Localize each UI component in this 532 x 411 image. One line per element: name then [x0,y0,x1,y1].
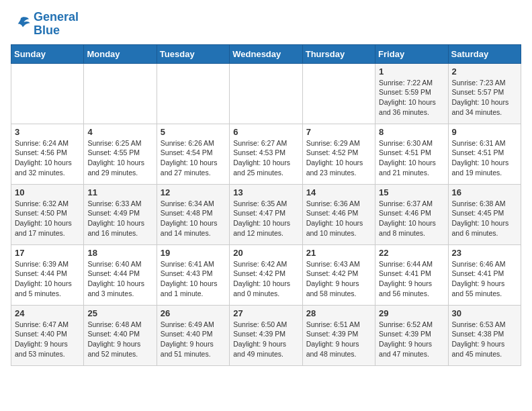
calendar-cell: 30Sunrise: 6:53 AM Sunset: 4:38 PM Dayli… [448,305,521,365]
col-friday: Friday [375,44,448,63]
logo-bird-icon [11,14,31,34]
calendar-cell [302,63,375,124]
calendar-cell: 14Sunrise: 6:36 AM Sunset: 4:46 PM Dayli… [302,184,375,244]
day-number: 30 [452,308,517,318]
day-number: 3 [15,127,80,137]
page-header: General Blue [11,11,521,38]
col-sunday: Sunday [11,44,84,63]
day-number: 17 [15,248,80,258]
day-number: 14 [306,187,371,197]
day-number: 9 [452,127,517,137]
calendar-cell: 8Sunrise: 6:30 AM Sunset: 4:51 PM Daylig… [375,124,448,184]
day-info: Sunrise: 6:34 AM Sunset: 4:48 PM Dayligh… [161,199,226,238]
day-number: 28 [306,308,371,318]
day-info: Sunrise: 6:36 AM Sunset: 4:46 PM Dayligh… [306,199,371,238]
calendar-cell: 6Sunrise: 6:27 AM Sunset: 4:53 PM Daylig… [230,124,302,184]
day-number: 7 [306,127,371,137]
day-number: 19 [161,248,226,258]
day-number: 25 [87,308,152,318]
day-number: 5 [161,127,226,137]
day-number: 16 [452,187,517,197]
col-saturday: Saturday [448,44,521,63]
calendar-cell [84,63,157,124]
calendar-cell: 11Sunrise: 6:33 AM Sunset: 4:49 PM Dayli… [84,184,157,244]
calendar-cell [157,63,229,124]
calendar-cell: 2Sunrise: 7:23 AM Sunset: 5:57 PM Daylig… [448,63,521,124]
day-info: Sunrise: 6:25 AM Sunset: 4:55 PM Dayligh… [87,138,152,178]
calendar-cell: 25Sunrise: 6:48 AM Sunset: 4:40 PM Dayli… [84,305,157,365]
calendar-week-3: 10Sunrise: 6:32 AM Sunset: 4:50 PM Dayli… [11,184,521,244]
day-number: 12 [161,187,226,197]
day-info: Sunrise: 6:42 AM Sunset: 4:42 PM Dayligh… [233,259,298,299]
col-tuesday: Tuesday [157,44,229,63]
day-info: Sunrise: 7:22 AM Sunset: 5:59 PM Dayligh… [379,78,444,118]
calendar-cell: 16Sunrise: 6:38 AM Sunset: 4:45 PM Dayli… [448,184,521,244]
calendar-cell: 23Sunrise: 6:46 AM Sunset: 4:41 PM Dayli… [448,244,521,305]
day-number: 10 [15,187,80,197]
day-info: Sunrise: 6:53 AM Sunset: 4:38 PM Dayligh… [452,320,517,359]
calendar-week-4: 17Sunrise: 6:39 AM Sunset: 4:44 PM Dayli… [11,244,521,305]
calendar-cell: 29Sunrise: 6:52 AM Sunset: 4:39 PM Dayli… [375,305,448,365]
calendar-week-2: 3Sunrise: 6:24 AM Sunset: 4:56 PM Daylig… [11,124,521,184]
day-number: 15 [379,187,444,197]
day-info: Sunrise: 6:48 AM Sunset: 4:40 PM Dayligh… [87,320,152,359]
col-monday: Monday [84,44,157,63]
calendar-week-5: 24Sunrise: 6:47 AM Sunset: 4:40 PM Dayli… [11,305,521,365]
day-number: 29 [379,308,444,318]
day-number: 24 [15,308,80,318]
calendar-cell: 1Sunrise: 7:22 AM Sunset: 5:59 PM Daylig… [375,63,448,124]
col-wednesday: Wednesday [230,44,302,63]
day-info: Sunrise: 6:33 AM Sunset: 4:49 PM Dayligh… [87,199,152,238]
day-number: 26 [161,308,226,318]
day-info: Sunrise: 6:49 AM Sunset: 4:40 PM Dayligh… [161,320,226,359]
day-info: Sunrise: 6:38 AM Sunset: 4:45 PM Dayligh… [452,199,517,238]
day-number: 8 [379,127,444,137]
calendar-cell: 12Sunrise: 6:34 AM Sunset: 4:48 PM Dayli… [157,184,229,244]
day-number: 1 [379,66,444,77]
calendar-cell [11,63,84,124]
logo-text: General Blue [34,11,79,38]
day-number: 18 [87,248,152,258]
day-info: Sunrise: 6:51 AM Sunset: 4:39 PM Dayligh… [306,320,371,359]
day-number: 20 [233,248,298,258]
calendar-cell: 24Sunrise: 6:47 AM Sunset: 4:40 PM Dayli… [11,305,84,365]
day-info: Sunrise: 6:31 AM Sunset: 4:51 PM Dayligh… [452,138,517,178]
day-info: Sunrise: 6:47 AM Sunset: 4:40 PM Dayligh… [15,320,80,359]
calendar-cell: 13Sunrise: 6:35 AM Sunset: 4:47 PM Dayli… [230,184,302,244]
day-number: 11 [87,187,152,197]
day-number: 23 [452,248,517,258]
calendar-cell: 17Sunrise: 6:39 AM Sunset: 4:44 PM Dayli… [11,244,84,305]
day-info: Sunrise: 6:50 AM Sunset: 4:39 PM Dayligh… [233,320,298,359]
calendar-cell: 9Sunrise: 6:31 AM Sunset: 4:51 PM Daylig… [448,124,521,184]
col-thursday: Thursday [302,44,375,63]
day-info: Sunrise: 6:32 AM Sunset: 4:50 PM Dayligh… [15,199,80,238]
calendar-table: Sunday Monday Tuesday Wednesday Thursday… [11,44,521,366]
calendar-cell: 22Sunrise: 6:44 AM Sunset: 4:41 PM Dayli… [375,244,448,305]
calendar-header: Sunday Monday Tuesday Wednesday Thursday… [11,44,521,63]
day-number: 2 [452,66,517,77]
day-info: Sunrise: 6:41 AM Sunset: 4:43 PM Dayligh… [161,259,226,299]
calendar-cell: 21Sunrise: 6:43 AM Sunset: 4:42 PM Dayli… [302,244,375,305]
day-info: Sunrise: 6:29 AM Sunset: 4:52 PM Dayligh… [306,138,371,178]
day-number: 4 [87,127,152,137]
day-info: Sunrise: 6:52 AM Sunset: 4:39 PM Dayligh… [379,320,444,359]
day-info: Sunrise: 6:40 AM Sunset: 4:44 PM Dayligh… [87,259,152,299]
day-info: Sunrise: 6:44 AM Sunset: 4:41 PM Dayligh… [379,259,444,299]
calendar-cell: 4Sunrise: 6:25 AM Sunset: 4:55 PM Daylig… [84,124,157,184]
header-row: Sunday Monday Tuesday Wednesday Thursday… [11,44,521,63]
calendar-cell: 20Sunrise: 6:42 AM Sunset: 4:42 PM Dayli… [230,244,302,305]
calendar-cell: 10Sunrise: 6:32 AM Sunset: 4:50 PM Dayli… [11,184,84,244]
day-number: 27 [233,308,298,318]
day-info: Sunrise: 6:39 AM Sunset: 4:44 PM Dayligh… [15,259,80,299]
calendar-cell: 19Sunrise: 6:41 AM Sunset: 4:43 PM Dayli… [157,244,229,305]
day-info: Sunrise: 6:37 AM Sunset: 4:46 PM Dayligh… [379,199,444,238]
calendar-cell: 15Sunrise: 6:37 AM Sunset: 4:46 PM Dayli… [375,184,448,244]
calendar-cell: 3Sunrise: 6:24 AM Sunset: 4:56 PM Daylig… [11,124,84,184]
day-number: 6 [233,127,298,137]
day-info: Sunrise: 7:23 AM Sunset: 5:57 PM Dayligh… [452,78,517,118]
day-number: 22 [379,248,444,258]
calendar-cell: 7Sunrise: 6:29 AM Sunset: 4:52 PM Daylig… [302,124,375,184]
day-number: 13 [233,187,298,197]
day-info: Sunrise: 6:26 AM Sunset: 4:54 PM Dayligh… [161,138,226,178]
calendar-body: 1Sunrise: 7:22 AM Sunset: 5:59 PM Daylig… [11,63,521,365]
